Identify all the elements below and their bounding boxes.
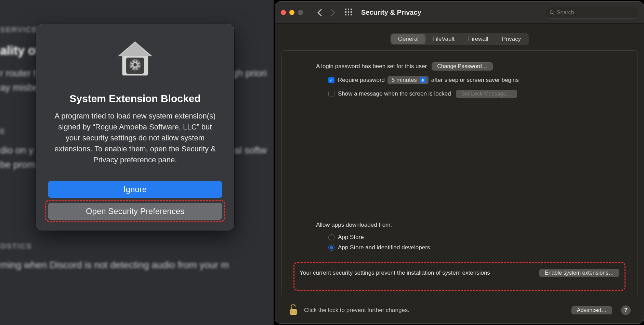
show-lock-message-label: Show a message when the screen is locked [338,90,451,97]
svg-rect-16 [348,11,349,13]
svg-rect-12 [345,9,346,10]
svg-rect-15 [345,11,346,13]
svg-rect-18 [345,14,346,15]
set-lock-message-button: Set Lock Message… [456,90,517,98]
show-all-icon[interactable] [345,8,352,17]
radio-app-store-label: App Store [338,234,364,241]
bg-text: gh priori [232,66,267,80]
svg-rect-13 [348,9,349,10]
bg-text: rning when Discord is not detecting audi… [0,258,267,272]
password-delay-popup[interactable]: 5 minutes [387,76,429,84]
titlebar: Security & Privacy [275,2,644,24]
require-password-label: Require password [338,77,385,84]
dialog-title: System Extension Blocked [69,93,200,104]
password-delay-value: 5 minutes [392,77,417,84]
lock-icon[interactable] [288,304,299,316]
open-security-preferences-button[interactable]: Open Security Preferences [48,203,222,220]
change-password-button[interactable]: Change Password… [432,62,493,71]
advanced-button[interactable]: Advanced… [571,306,612,314]
tab-general[interactable]: General [391,34,425,44]
general-settings-card: A login password has been set for this u… [281,50,638,297]
lock-status-text: Click the lock to prevent further change… [304,307,566,314]
svg-line-22 [553,13,554,15]
password-set-text: A login password has been set for this u… [316,63,427,70]
extension-blocked-text: Your current security settings prevent t… [300,269,490,277]
system-preferences-window: Security & Privacy General FileVault Fir… [275,1,644,324]
back-button[interactable] [315,8,324,17]
bg-text: nal softw [229,143,267,158]
window-title: Security & Privacy [361,9,542,16]
enable-system-extensions-button[interactable]: Enable system extensions… [539,269,619,277]
search-icon [550,10,555,15]
tab-filevault[interactable]: FileVault [425,34,461,44]
stepper-arrows-icon [420,77,426,83]
radio-app-store-and-developers[interactable] [328,245,334,251]
allow-apps-heading: Allow apps downloaded from: [316,222,392,228]
set-lock-message-label: Set Lock Message… [461,91,512,97]
tab-label: Privacy [502,36,521,42]
footer: Click the lock to prevent further change… [281,297,638,323]
minimize-window-button[interactable] [289,10,294,15]
bg-text: dio on y [0,143,34,158]
tab-firewall[interactable]: Firewall [461,34,495,44]
search-input[interactable] [557,10,634,16]
bg-section-label: OSTICS [0,240,267,252]
bg-text: r router t [0,66,36,80]
zoom-window-button[interactable] [298,10,303,15]
tab-label: FileVault [432,36,455,42]
help-button[interactable]: ? [621,305,631,315]
svg-rect-19 [348,14,349,15]
window-controls [281,10,303,15]
ignore-button[interactable]: Ignore [48,181,222,198]
show-lock-message-checkbox[interactable] [328,91,334,97]
ignore-button-label: Ignore [123,185,147,194]
svg-rect-14 [351,9,352,10]
radio-app-store[interactable] [328,234,334,240]
svg-rect-23 [290,309,297,315]
search-field[interactable] [546,7,638,18]
after-sleep-label: after sleep or screen saver begins [431,77,519,84]
close-window-button[interactable] [281,10,286,15]
tab-label: General [398,36,419,42]
open-security-preferences-label: Open Security Preferences [86,207,184,216]
divider [295,212,623,212]
tab-label: Firewall [468,36,488,42]
tabs: General FileVault Firewall Privacy [390,33,529,45]
svg-rect-17 [351,11,352,13]
system-extension-blocked-dialog: System Extension Blocked A program tried… [36,24,234,230]
dialog-message: A program tried to load new system exten… [53,111,217,165]
require-password-checkbox[interactable] [328,77,334,83]
radio-app-store-and-developers-label: App Store and identified developers [338,244,430,251]
tab-privacy[interactable]: Privacy [495,34,528,44]
svg-point-3 [133,63,136,66]
forward-button [328,8,338,17]
change-password-label: Change Password… [437,63,487,69]
enable-system-extensions-label: Enable system extensions… [545,270,614,276]
svg-point-21 [550,11,553,14]
svg-rect-20 [351,14,352,15]
advanced-button-label: Advanced… [577,307,607,313]
security-house-icon [113,37,157,81]
